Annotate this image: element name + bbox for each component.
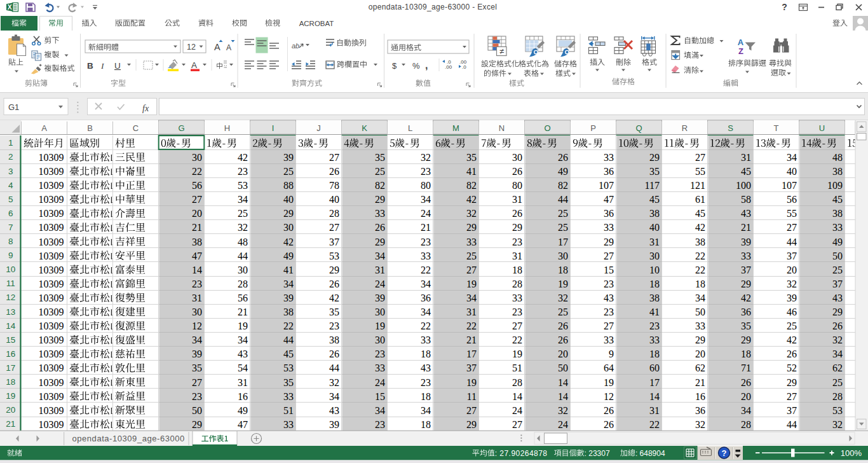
svg-text:7: 7 <box>8 223 13 232</box>
svg-text:19: 19 <box>375 321 385 331</box>
svg-text:39: 39 <box>192 349 202 359</box>
svg-text:35: 35 <box>329 307 339 317</box>
svg-text:25: 25 <box>832 265 843 275</box>
svg-text:60: 60 <box>649 363 660 373</box>
svg-text:23: 23 <box>421 237 431 247</box>
svg-text:36: 36 <box>604 166 614 177</box>
svg-text:10: 10 <box>6 265 15 274</box>
svg-text:40: 40 <box>329 194 339 205</box>
svg-text:10309: 10309 <box>39 251 64 261</box>
svg-text:42: 42 <box>283 237 294 247</box>
svg-text:80: 80 <box>421 180 431 191</box>
svg-text:34: 34 <box>421 194 431 205</box>
svg-text:10309: 10309 <box>39 307 64 317</box>
svg-text:22: 22 <box>283 321 294 331</box>
svg-text:12: 12 <box>604 391 614 402</box>
svg-text:25: 25 <box>375 166 385 177</box>
svg-text:20: 20 <box>558 349 568 359</box>
svg-text:17: 17 <box>6 363 15 373</box>
svg-text:44: 44 <box>329 363 339 373</box>
svg-text:100: 100 <box>736 180 751 191</box>
svg-text:4: 4 <box>8 181 13 190</box>
svg-text:45: 45 <box>695 208 705 219</box>
svg-text:28: 28 <box>512 279 522 289</box>
svg-text:41: 41 <box>466 166 477 177</box>
svg-text:29: 29 <box>604 237 614 247</box>
svg-text:27: 27 <box>787 222 797 233</box>
svg-text:23: 23 <box>375 419 385 430</box>
svg-text:.00: .00 <box>445 64 452 70</box>
svg-text:45: 45 <box>741 166 751 177</box>
svg-text:47: 47 <box>238 419 248 430</box>
svg-text:27: 27 <box>466 265 477 275</box>
svg-text:3: 3 <box>8 167 13 176</box>
svg-text:N: N <box>499 123 505 133</box>
svg-text:61: 61 <box>695 194 705 205</box>
svg-text:38: 38 <box>283 307 294 317</box>
svg-text:18: 18 <box>512 265 522 275</box>
svg-text:28: 28 <box>741 419 751 430</box>
svg-text:16: 16 <box>238 391 248 402</box>
svg-text:80: 80 <box>512 180 522 191</box>
svg-text:H: H <box>224 123 230 133</box>
svg-text:T: T <box>774 123 779 133</box>
svg-text:29: 29 <box>375 237 385 247</box>
svg-text:10309: 10309 <box>39 363 64 373</box>
svg-text:21: 21 <box>695 377 705 388</box>
svg-text:30: 30 <box>238 265 248 275</box>
svg-text:9: 9 <box>8 251 13 260</box>
svg-text:18: 18 <box>6 377 15 387</box>
svg-text:34: 34 <box>375 405 385 416</box>
svg-text:?: ? <box>722 448 727 458</box>
svg-text:71: 71 <box>741 363 751 373</box>
svg-text:29: 29 <box>741 335 751 345</box>
svg-text:28: 28 <box>238 279 248 289</box>
svg-text:22: 22 <box>466 321 477 331</box>
svg-text:53: 53 <box>329 251 339 261</box>
svg-text:27: 27 <box>329 152 339 163</box>
svg-text:36: 36 <box>604 208 614 219</box>
svg-text:33: 33 <box>283 391 294 402</box>
svg-text:37: 37 <box>741 265 751 275</box>
svg-text:51: 51 <box>512 363 522 373</box>
svg-text:34: 34 <box>283 279 294 289</box>
svg-text:27: 27 <box>604 251 614 261</box>
svg-text:43: 43 <box>421 363 431 373</box>
svg-text:34: 34 <box>238 194 248 205</box>
svg-text:I: I <box>272 123 275 133</box>
svg-text:10: 10 <box>649 265 660 275</box>
svg-text:48: 48 <box>238 237 248 247</box>
svg-text:26: 26 <box>329 166 339 177</box>
svg-text:38: 38 <box>329 335 339 345</box>
svg-text:55: 55 <box>695 166 705 177</box>
svg-text:33: 33 <box>375 208 385 219</box>
svg-text:26: 26 <box>512 166 522 177</box>
svg-text:18: 18 <box>421 419 431 430</box>
svg-text:35: 35 <box>283 377 294 388</box>
svg-text:53: 53 <box>283 363 294 373</box>
svg-text:39: 39 <box>375 293 385 303</box>
svg-text:16: 16 <box>695 391 705 402</box>
svg-text:18: 18 <box>421 349 431 359</box>
svg-text:6: 6 <box>8 209 13 218</box>
svg-text:30: 30 <box>512 152 522 163</box>
svg-text:.0: .0 <box>462 64 466 70</box>
svg-text:21: 21 <box>741 222 751 233</box>
svg-text:32: 32 <box>421 152 431 163</box>
svg-text:10309: 10309 <box>39 377 64 388</box>
svg-text:109: 109 <box>827 180 843 191</box>
svg-text:B: B <box>87 61 93 71</box>
svg-text:32: 32 <box>695 419 705 430</box>
svg-text:ACROBAT: ACROBAT <box>299 20 334 27</box>
svg-text:34: 34 <box>695 293 705 303</box>
svg-text:O: O <box>544 123 550 133</box>
svg-text:48: 48 <box>832 152 843 163</box>
svg-text:40: 40 <box>787 166 797 177</box>
svg-text:33: 33 <box>466 237 477 247</box>
svg-text:42: 42 <box>466 194 477 205</box>
svg-text:26: 26 <box>512 208 522 219</box>
svg-text:22: 22 <box>192 166 202 177</box>
svg-text:15: 15 <box>6 335 15 345</box>
svg-text:107: 107 <box>599 180 614 191</box>
svg-text:A: A <box>738 38 744 47</box>
